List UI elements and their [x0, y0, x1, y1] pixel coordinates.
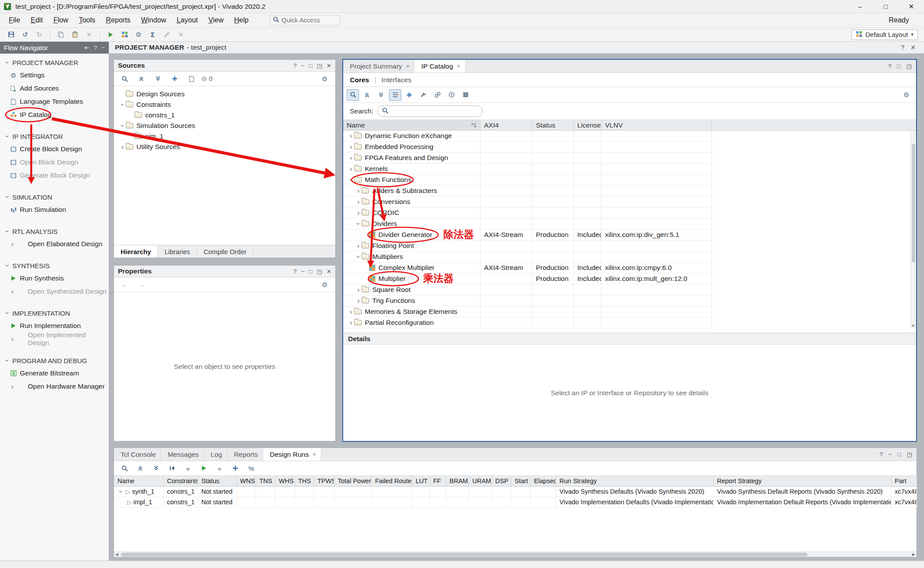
help-icon[interactable]: ? — [94, 44, 97, 51]
tree-item-sim-1[interactable]: sim_1 — [114, 131, 335, 142]
sidebar-item-run-simulation[interactable]: Run Simulation — [0, 203, 109, 216]
fn-section-header-rtl-analysis[interactable]: ›RTL ANALYSIS — [0, 225, 109, 237]
sidebar-item-generate-bitstream[interactable]: Generate Bitstream — [0, 367, 109, 380]
dr-column-uram[interactable]: URAM — [469, 476, 491, 486]
chevron-icon[interactable]: › — [119, 144, 126, 150]
ipcat-row-fpga-features-and-design[interactable]: ›FPGA Features and Design — [343, 153, 916, 164]
quick-access-input[interactable] — [282, 17, 330, 24]
delete-button[interactable]: ✕ — [82, 29, 95, 40]
layout-selector[interactable]: Default Layout ▾ — [851, 29, 918, 40]
sidebar-item-settings[interactable]: ⚙Settings — [0, 69, 109, 82]
ipcat-row-trig-functions[interactable]: ›Trig Functions — [343, 295, 916, 306]
redo-button[interactable]: ↻ — [33, 29, 46, 40]
sidebar-item-run-synthesis[interactable]: Run Synthesis — [0, 272, 109, 285]
chevron-icon[interactable]: › — [120, 102, 126, 108]
ipcat-row-adders-subtracters[interactable]: ›Adders & Subtracters — [343, 186, 916, 197]
chevron-icon[interactable]: › — [348, 133, 354, 139]
fn-section-header-ip-integrator[interactable]: ›IP INTEGRATOR — [0, 130, 109, 142]
undo-button[interactable]: ↺ — [18, 29, 32, 40]
help-icon[interactable]: ? — [901, 44, 904, 51]
chevron-icon[interactable]: › — [348, 309, 354, 315]
back-arrow-icon[interactable]: ← — [118, 279, 131, 290]
chevron-icon[interactable]: › — [348, 155, 354, 161]
collapse-icon[interactable]: ⇤ — [84, 44, 89, 51]
ipcat-row-square-root[interactable]: ›Square Root — [343, 284, 916, 295]
tab-log[interactable]: Log — [204, 448, 227, 461]
gear-icon[interactable]: ⚙ — [900, 89, 913, 101]
chevron-icon[interactable]: › — [356, 254, 362, 260]
column-header-name[interactable]: Name^1 — [343, 120, 480, 130]
hierarchy-view-button[interactable] — [389, 89, 401, 101]
sidebar-item-ip-catalog[interactable]: IP Catalog — [0, 108, 109, 121]
fn-section-header-program-and-debug[interactable]: ›PROGRAM AND DEBUG — [0, 354, 109, 367]
sidebar-item-add-sources[interactable]: Add Sources — [0, 82, 109, 95]
sidebar-item-open-synthesized-design[interactable]: ›Open Synthesized Design — [0, 285, 109, 298]
float-icon[interactable]: □ — [309, 62, 312, 69]
close-icon[interactable]: × — [406, 63, 410, 69]
chevron-icon[interactable]: › — [355, 298, 362, 304]
tab-design-runs[interactable]: Design Runs× — [263, 448, 321, 461]
tree-item-utility-sources[interactable]: ›Utility Sources — [114, 142, 335, 152]
sidebar-item-open-hardware-manager[interactable]: ›Open Hardware Manager — [0, 380, 109, 393]
close-icon[interactable]: ✕ — [910, 44, 916, 51]
target-button[interactable] — [445, 89, 458, 101]
ipcat-row-math-functions[interactable]: ›Math Functions — [343, 175, 916, 186]
ip-search-box[interactable] — [377, 106, 483, 117]
search-button[interactable] — [118, 73, 131, 84]
fn-section-header-implementation[interactable]: ›IMPLEMENTATION — [0, 307, 109, 319]
chevron-icon[interactable]: › — [355, 188, 362, 194]
copy-button[interactable] — [54, 29, 67, 40]
dr-column-part[interactable]: Part — [891, 476, 917, 486]
close-icon[interactable]: ✕ — [326, 62, 331, 69]
dr-column-wns[interactable]: WNS — [236, 476, 256, 486]
dr-column-elapsed[interactable]: Elapsed — [530, 476, 556, 486]
column-header-vlnv[interactable]: VLNV — [601, 120, 712, 130]
edit-button[interactable] — [160, 29, 173, 40]
dr-column-total-power[interactable]: Total Power — [334, 476, 371, 486]
ipcat-row-embedded-processing[interactable]: ›Embedded Processing — [343, 142, 916, 153]
dr-column-dsp[interactable]: DSP — [491, 476, 511, 486]
fn-section-header-synthesis[interactable]: ›SYNTHESIS — [0, 259, 109, 272]
maximize-icon[interactable]: ◳ — [906, 63, 912, 69]
dr-column-report-strategy[interactable]: Report Strategy — [713, 476, 891, 486]
chevron-icon[interactable]: › — [355, 210, 362, 216]
chevron-icon[interactable]: › — [348, 144, 354, 150]
tree-item-constraints[interactable]: ›Constraints — [114, 99, 335, 110]
add-sources-button[interactable] — [169, 73, 181, 84]
tree-item-simulation-sources[interactable]: ›Simulation Sources — [114, 120, 335, 131]
ipcat-row-partial-reconfiguration[interactable]: ›Partial Reconfiguration — [343, 317, 916, 328]
dr-column-tns[interactable]: TNS — [256, 476, 275, 486]
horizontal-scrollbar[interactable]: ◀ ▶ — [114, 551, 917, 557]
collapse-all-button[interactable] — [361, 89, 373, 101]
tab-libraries[interactable]: Libraries — [158, 245, 197, 258]
expand-all-button[interactable] — [150, 462, 162, 474]
chevron-icon[interactable]: › — [348, 320, 354, 326]
ipcat-row-cordic[interactable]: ›CORDIC — [343, 208, 916, 218]
column-header-status[interactable]: Status — [532, 120, 574, 130]
design-run-row-synth-1[interactable]: ›▷synth_1constrs_1Not startedVivado Synt… — [114, 486, 917, 497]
sidebar-item-open-elaborated-design[interactable]: ›Open Elaborated Design — [0, 237, 109, 251]
tab-tcl-console[interactable]: Tcl Console — [114, 448, 161, 461]
forward-arrow-icon[interactable]: → — [135, 279, 147, 290]
run-button[interactable] — [198, 462, 210, 474]
maximize-icon[interactable]: ◳ — [907, 451, 912, 458]
add-repository-button[interactable] — [403, 89, 415, 101]
tree-item-constrs-1[interactable]: constrs_1 — [114, 110, 335, 120]
create-bd-button[interactable] — [118, 29, 131, 40]
maximize-button[interactable]: □ — [873, 0, 898, 13]
chevron-icon[interactable]: › — [356, 221, 362, 227]
quick-access-search[interactable] — [270, 15, 340, 25]
dr-column-ff[interactable]: FF — [429, 476, 446, 486]
sidebar-item-generate-block-design[interactable]: Generate Block Design — [0, 169, 109, 182]
chevron-icon[interactable]: › — [120, 123, 126, 129]
step-back-button[interactable] — [166, 462, 178, 474]
menu-window[interactable]: Window — [136, 14, 172, 26]
menu-help[interactable]: Help — [229, 14, 254, 26]
menu-layout[interactable]: Layout — [171, 14, 203, 26]
fast-back-button[interactable]: « — [182, 462, 194, 474]
dr-column-ths[interactable]: THS — [294, 476, 314, 486]
menu-edit[interactable]: Edit — [26, 14, 48, 26]
tab-reports[interactable]: Reports — [227, 448, 263, 461]
chevron-icon[interactable]: › — [355, 287, 362, 293]
dr-column-tpws[interactable]: TPWS — [314, 476, 334, 486]
